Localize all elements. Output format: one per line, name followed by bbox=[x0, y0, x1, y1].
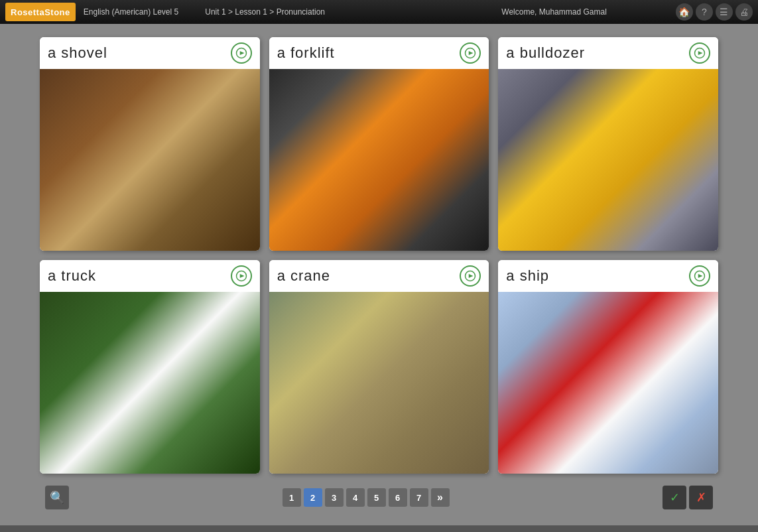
bottom-bar: 🔍 1234567» ✓ ✗ bbox=[40, 483, 718, 512]
topbar-icons: 🏠 ? ☰ 🖨 bbox=[676, 3, 753, 21]
card-crane[interactable]: a crane bbox=[269, 260, 489, 474]
main-content: a shovel a forklift bbox=[0, 24, 758, 525]
course-info: English (American) Level 5 bbox=[84, 7, 197, 17]
card-header-truck: a truck bbox=[40, 260, 260, 292]
page-btn-2[interactable]: 2 bbox=[304, 488, 322, 507]
card-image-crane bbox=[269, 292, 489, 474]
help-icon[interactable]: ? bbox=[696, 3, 713, 21]
page-btn-3[interactable]: 3 bbox=[325, 488, 344, 507]
card-grid: a shovel a forklift bbox=[40, 37, 718, 474]
card-label-forklift: a forklift bbox=[277, 44, 335, 62]
card-label-crane: a crane bbox=[277, 267, 330, 285]
card-label-bulldozer: a bulldozer bbox=[506, 44, 585, 62]
welcome-text: Welcome, Muhammad Gamal bbox=[440, 7, 668, 17]
card-header-shovel: a shovel bbox=[40, 37, 260, 69]
zoom-button[interactable]: 🔍 bbox=[45, 486, 69, 509]
card-label-shovel: a shovel bbox=[48, 44, 107, 62]
audio-btn-forklift[interactable] bbox=[460, 42, 481, 64]
card-header-forklift: a forklift bbox=[269, 37, 489, 69]
audio-btn-bulldozer[interactable] bbox=[689, 42, 710, 64]
card-label-ship: a ship bbox=[506, 267, 549, 285]
print-icon[interactable]: 🖨 bbox=[735, 3, 753, 21]
page-btn-4[interactable]: 4 bbox=[346, 488, 365, 507]
card-shovel[interactable]: a shovel bbox=[40, 37, 260, 251]
card-bulldozer[interactable]: a bulldozer bbox=[498, 37, 718, 251]
audio-btn-crane[interactable] bbox=[460, 265, 481, 287]
topbar: RosettaStone English (American) Level 5 … bbox=[0, 0, 758, 24]
audio-btn-ship[interactable] bbox=[689, 265, 710, 287]
page-btn-7[interactable]: 7 bbox=[410, 488, 428, 507]
card-image-bulldozer bbox=[498, 69, 718, 251]
page-btn-5[interactable]: 5 bbox=[367, 488, 386, 507]
x-button[interactable]: ✗ bbox=[689, 486, 713, 509]
page-next-btn[interactable]: » bbox=[431, 488, 450, 507]
breadcrumb: Unit 1 > Lesson 1 > Pronunciation bbox=[205, 7, 432, 17]
menu-icon[interactable]: ☰ bbox=[716, 3, 733, 21]
card-header-ship: a ship bbox=[498, 260, 718, 292]
pagination: 1234567» bbox=[283, 488, 450, 507]
check-button[interactable]: ✓ bbox=[663, 486, 686, 509]
audio-btn-truck[interactable] bbox=[231, 265, 252, 287]
card-image-truck bbox=[40, 292, 260, 474]
action-buttons: ✓ ✗ bbox=[663, 486, 713, 509]
card-image-forklift bbox=[269, 69, 489, 251]
card-truck[interactable]: a truck bbox=[40, 260, 260, 474]
card-header-bulldozer: a bulldozer bbox=[498, 37, 718, 69]
card-label-truck: a truck bbox=[48, 267, 96, 285]
card-header-crane: a crane bbox=[269, 260, 489, 292]
home-icon[interactable]: 🏠 bbox=[676, 3, 693, 21]
page-btn-1[interactable]: 1 bbox=[283, 488, 301, 507]
card-image-shovel bbox=[40, 69, 260, 251]
card-ship[interactable]: a ship bbox=[498, 260, 718, 474]
logo-text: RosettaStone bbox=[11, 7, 70, 17]
audio-btn-shovel[interactable] bbox=[231, 42, 252, 64]
logo-area: RosettaStone bbox=[5, 3, 76, 21]
card-forklift[interactable]: a forklift bbox=[269, 37, 489, 251]
page-btn-6[interactable]: 6 bbox=[389, 488, 407, 507]
card-image-ship bbox=[498, 292, 718, 474]
